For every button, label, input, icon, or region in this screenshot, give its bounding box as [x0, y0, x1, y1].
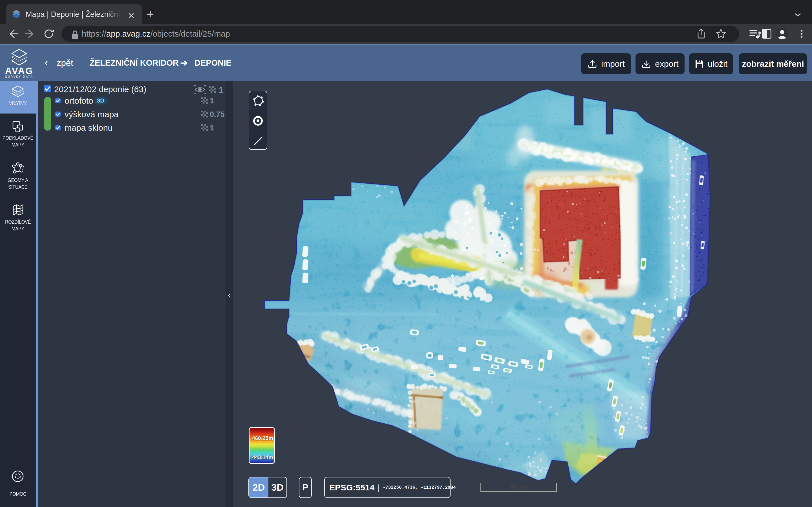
svg-text:SURVEY DATA: SURVEY DATA: [5, 75, 33, 78]
svg-text:AVAG: AVAG: [5, 66, 33, 76]
